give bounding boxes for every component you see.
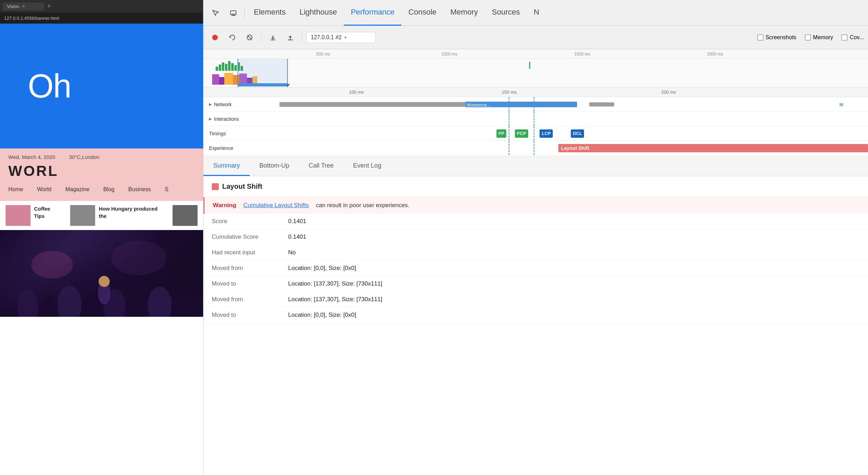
dcl-badge: DCL bbox=[571, 129, 584, 138]
card-1-image bbox=[6, 205, 31, 226]
tab-bottom-up-label: Bottom-Up bbox=[259, 162, 289, 169]
svg-point-9 bbox=[99, 276, 110, 287]
svg-rect-12 bbox=[231, 11, 236, 15]
moved-from-2-value: Location: [137,307], Size: [730x111] bbox=[288, 296, 382, 303]
tab-call-tree[interactable]: Call Tree bbox=[299, 156, 343, 176]
card-2-image bbox=[70, 205, 95, 226]
browser-tab[interactable]: Vision ✕ bbox=[3, 2, 44, 10]
timings-content: FP FCP LCP DCL bbox=[249, 126, 868, 141]
nav-item-magazine[interactable]: Magazine bbox=[65, 186, 89, 193]
webpage-nav: Wed, March 4, 2020 30°C,London WORL Home… bbox=[0, 149, 203, 201]
moved-from-1-label: Moved from bbox=[212, 265, 288, 272]
tab-call-tree-label: Call Tree bbox=[309, 162, 334, 169]
moved-from-2-label: Moved from bbox=[212, 296, 288, 303]
target-selector[interactable]: 127.0.0.1 #2 ▾ bbox=[306, 32, 376, 43]
tab-lighthouse[interactable]: Lighthouse bbox=[293, 0, 344, 26]
export-button[interactable] bbox=[283, 30, 298, 45]
interactions-content bbox=[249, 112, 868, 126]
card-2: How Hungary produced the bbox=[65, 205, 167, 226]
interactions-label-text: Interactions bbox=[214, 116, 239, 122]
screenshots-checkbox-box[interactable] bbox=[757, 34, 763, 41]
svg-point-7 bbox=[171, 294, 190, 317]
new-tab-button[interactable]: + bbox=[47, 3, 51, 10]
card-3-image bbox=[173, 205, 198, 226]
tab-performance[interactable]: Performance bbox=[344, 0, 401, 26]
tab-summary-label: Summary bbox=[213, 162, 240, 169]
warning-space bbox=[239, 202, 241, 209]
montserrat-label: Montserrat... bbox=[465, 103, 490, 108]
site-title: WORL bbox=[8, 163, 195, 179]
tab-more[interactable]: N bbox=[527, 0, 546, 26]
tab-memory[interactable]: Memory bbox=[443, 0, 485, 26]
network-expand-icon[interactable]: ▶ bbox=[209, 102, 212, 106]
tab-console[interactable]: Console bbox=[401, 0, 443, 26]
ruler-mark-1500: 1500 ms bbox=[574, 52, 590, 57]
overview-ruler: 500 ms 1000 ms 1500 ms 2000 ms bbox=[203, 49, 868, 59]
svg-point-11 bbox=[111, 240, 167, 275]
webpage-banner: Oh bbox=[0, 24, 203, 149]
playhead-indicator bbox=[286, 84, 290, 87]
card-2-title: How Hungary produced the bbox=[99, 205, 161, 220]
tab-event-log-label: Event Log bbox=[353, 162, 381, 169]
tab-event-log[interactable]: Event Log bbox=[343, 156, 391, 176]
reload-button[interactable] bbox=[225, 30, 240, 45]
cumulative-score-value: 0.1401 bbox=[288, 234, 306, 240]
timeline-overview[interactable]: 500 ms 1000 ms 1500 ms 2000 ms bbox=[203, 49, 868, 87]
ls-header: Layout Shift bbox=[203, 176, 868, 197]
clear-button[interactable] bbox=[242, 30, 257, 45]
ruler-mark-1000: 1000 ms bbox=[441, 52, 457, 57]
concert-image bbox=[0, 230, 203, 317]
coverage-checkbox[interactable]: Cov... bbox=[841, 34, 864, 41]
ruler-mark-2000: 2000 ms bbox=[707, 52, 723, 57]
record-button[interactable] bbox=[208, 30, 222, 45]
warning-link[interactable]: Cumulative Layout Shifts bbox=[243, 202, 309, 209]
nav-item-business[interactable]: Business bbox=[128, 186, 151, 193]
memory-checkbox[interactable]: Memory bbox=[805, 34, 833, 41]
viewport-indicator bbox=[237, 59, 288, 87]
tab-sources[interactable]: Sources bbox=[485, 0, 527, 26]
cumulative-score-label: Cumulative Score bbox=[212, 234, 288, 240]
nav-item-blog[interactable]: Blog bbox=[103, 186, 115, 193]
score-value: 0.1401 bbox=[288, 218, 306, 225]
network-bar-blue: Montserrat... bbox=[465, 102, 577, 107]
card-1: Coffee Tips bbox=[0, 205, 65, 226]
dashed-line-1 bbox=[509, 97, 509, 111]
svg-point-6 bbox=[148, 287, 172, 317]
moved-to-2-value: Location: [0,0], Size: [0x0] bbox=[288, 312, 356, 319]
memory-checkbox-box[interactable] bbox=[805, 34, 811, 41]
location-text: 30°C,London bbox=[69, 154, 100, 160]
screenshots-label: Screenshots bbox=[766, 34, 796, 41]
screenshots-checkbox[interactable]: Screenshots bbox=[757, 34, 796, 41]
import-button[interactable] bbox=[266, 30, 280, 45]
ls-icon bbox=[212, 183, 219, 190]
memory-label: Memory bbox=[813, 34, 833, 41]
timings-dashed-2 bbox=[534, 126, 534, 141]
time-ruler: 100 ms 150 ms 200 ms bbox=[203, 87, 868, 97]
svg-line-16 bbox=[248, 35, 252, 40]
devtools-panel: Elements Lighthouse Performance Console … bbox=[203, 0, 868, 475]
warning-banner: Warning Cumulative Layout Shifts can res… bbox=[203, 197, 868, 214]
tab-close-icon[interactable]: ✕ bbox=[22, 4, 25, 9]
tab-bottom-up[interactable]: Bottom-Up bbox=[250, 156, 299, 176]
time-150: 150 ms bbox=[502, 90, 517, 95]
green-indicator bbox=[529, 62, 530, 69]
target-selector-chevron: ▾ bbox=[344, 35, 347, 40]
nav-menu: Home World Magazine Blog Business S bbox=[8, 184, 195, 195]
interactions-dashed-2 bbox=[534, 112, 534, 126]
card-1-title: Coffee Tips bbox=[34, 205, 59, 220]
tab-elements[interactable]: Elements bbox=[247, 0, 293, 26]
nav-item-world[interactable]: World bbox=[37, 186, 52, 193]
coverage-checkbox-box[interactable] bbox=[841, 34, 848, 41]
tab-summary[interactable]: Summary bbox=[203, 156, 250, 176]
cards-row: Coffee Tips How Hungary produced the bbox=[0, 201, 203, 230]
interactions-expand-icon[interactable]: ▶ bbox=[209, 117, 212, 121]
network-m-label: M bbox=[840, 102, 843, 107]
nav-item-s[interactable]: S bbox=[165, 186, 169, 193]
interactions-row: ▶ Interactions bbox=[203, 112, 868, 126]
experience-dashed-1 bbox=[509, 141, 509, 155]
device-toggle-icon[interactable] bbox=[224, 4, 242, 22]
timings-row: Timings FP FCP LCP DCL bbox=[203, 126, 868, 141]
crowd-svg bbox=[0, 230, 203, 317]
inspector-icon[interactable] bbox=[206, 4, 224, 22]
nav-item-home[interactable]: Home bbox=[8, 186, 23, 193]
